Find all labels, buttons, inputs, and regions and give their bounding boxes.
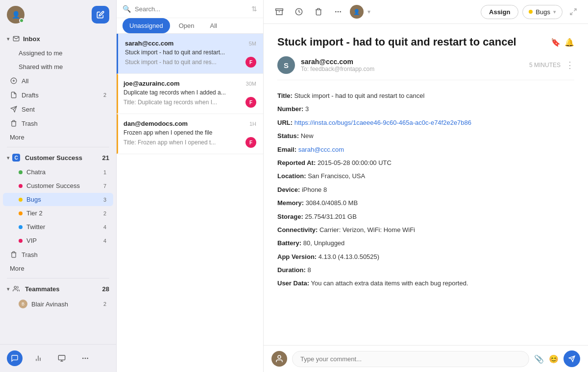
field-email: Email: sarah@ccc.com <box>277 144 574 155</box>
teammates-arrow-icon: ▾ <box>7 286 9 292</box>
reply-avatar <box>271 351 287 367</box>
inbox-icon <box>12 35 20 43</box>
sidebar-item-tier2[interactable]: Tier 2 2 <box>3 207 113 220</box>
sort-icon[interactable]: ⇅ <box>251 5 257 13</box>
teammates-badge: 28 <box>102 285 109 293</box>
trash2-label: Trash <box>22 251 38 258</box>
field-location: Location: San Francisco, USA <box>277 170 574 182</box>
sidebar-item-trash-1[interactable]: Trash <box>3 116 113 130</box>
sidebar: 👤 ▾ Inbox Assigned to me Shared with me <box>0 0 117 372</box>
delete-icon[interactable] <box>311 4 326 20</box>
sender-to: To: feedback@frontapp.com <box>301 66 529 72</box>
twitter-badge: 4 <box>103 224 106 230</box>
conv-item[interactable]: joe@azurainc.com 30M Duplicate tag recor… <box>117 74 263 114</box>
trash1-label: Trash <box>22 120 38 127</box>
archive-icon[interactable] <box>271 4 287 20</box>
conv-avatar: F <box>245 137 256 148</box>
assign-button[interactable]: Assign <box>481 5 518 19</box>
svg-point-18 <box>336 11 336 12</box>
reply-input[interactable] <box>292 351 529 367</box>
snooze-icon[interactable] <box>291 4 307 20</box>
expand-icon[interactable] <box>566 5 580 19</box>
blair-label: Blair Avinash <box>31 301 68 308</box>
sidebar-item-vip[interactable]: VIP 4 <box>3 234 113 247</box>
send-button[interactable] <box>564 350 580 367</box>
online-status-indicator <box>19 18 24 23</box>
trash2-icon <box>10 251 18 258</box>
attach-icon[interactable]: 📎 <box>534 354 544 364</box>
field-device: Device: iPhone 8 <box>277 184 574 195</box>
bugs-button[interactable]: Bugs ▾ <box>522 5 563 19</box>
conv-preview: Title: Duplicate tag records when I... F <box>123 97 256 108</box>
blair-avatar: B <box>19 300 27 308</box>
email-meta-row: S sarah@ccc.com To: feedback@frontapp.co… <box>277 50 574 80</box>
bottom-contacts-icon[interactable] <box>54 350 70 366</box>
conv-subject: Duplicate tag records when I added a... <box>123 89 256 96</box>
emoji-icon[interactable]: 😊 <box>549 354 559 364</box>
teammates-label: Teammates <box>25 285 60 293</box>
sidebar-item-twitter[interactable]: Twitter 4 <box>3 220 113 233</box>
email-body: Title: Stuck import - had to quit and re… <box>277 90 574 289</box>
notification-icon[interactable]: 🔔 <box>564 38 574 47</box>
sidebar-item-customer-success-sub[interactable]: Customer Success 7 <box>3 179 113 192</box>
sidebar-item-sent[interactable]: Sent <box>3 102 113 116</box>
assignee-dropdown-icon[interactable]: ▾ <box>368 8 370 15</box>
email-more-icon[interactable]: ⋮ <box>565 60 574 70</box>
bottom-more-icon[interactable] <box>77 350 93 366</box>
conv-item-header: sarah@ccc.com 5M <box>125 40 256 47</box>
sent-icon <box>10 105 18 113</box>
url-link[interactable]: https://insta.co/bugs/1caeee46-9c60-465a… <box>294 119 471 126</box>
field-connectivity: Connectivity: Carrier: Verizon, WiFi: Ho… <box>277 224 574 235</box>
svg-rect-9 <box>58 355 65 360</box>
sidebar-item-drafts[interactable]: Drafts 2 <box>3 88 113 102</box>
cs-sub-dot <box>19 184 23 188</box>
compose-button[interactable] <box>92 6 109 23</box>
twitter-dot <box>19 225 23 229</box>
sidebar-item-blair[interactable]: B Blair Avinash 2 <box>3 297 113 311</box>
sidebar-item-bugs[interactable]: Bugs 3 <box>3 193 113 206</box>
inbox-section-header[interactable]: ▾ Inbox <box>0 31 116 46</box>
chatra-dot <box>19 170 23 174</box>
bookmark-icon[interactable]: 🔖 <box>551 38 561 47</box>
bottom-chat-icon[interactable] <box>7 350 23 366</box>
sender-avatar: S <box>277 56 295 74</box>
sidebar-bottom <box>0 344 116 372</box>
sidebar-item-assigned-to-me[interactable]: Assigned to me <box>3 46 113 60</box>
conv-avatar: F <box>245 97 256 108</box>
sender-info: sarah@ccc.com To: feedback@frontapp.com <box>301 58 529 72</box>
teammates-section-header[interactable]: ▾ Teammates 28 <box>0 281 116 296</box>
field-battery: Battery: 80, Unplugged <box>277 237 574 249</box>
main-toolbar: 👤 ▾ Assign Bugs ▾ <box>264 0 588 24</box>
svg-point-23 <box>278 355 281 358</box>
conv-item[interactable]: sarah@ccc.com 5M Stuck import - had to q… <box>117 34 263 74</box>
sidebar-item-more-1[interactable]: More <box>3 131 113 144</box>
conv-preview: Title: Frozen app when I opened t... F <box>123 137 256 148</box>
bugs-status-dot <box>529 10 533 14</box>
tab-open[interactable]: Open <box>172 18 201 33</box>
reply-box: 📎 😊 <box>264 345 588 372</box>
sidebar-item-all[interactable]: All <box>3 74 113 88</box>
conv-item[interactable]: dan@demodocs.com 1H Frozen app when I op… <box>117 114 263 154</box>
sidebar-item-shared-with-me[interactable]: Shared with me <box>3 60 113 73</box>
conv-preview: Stuck import - had to quit and res... F <box>125 57 256 68</box>
tab-unassigned[interactable]: Unassigned <box>122 18 170 33</box>
trash1-icon <box>10 119 18 127</box>
tier2-dot <box>19 211 23 215</box>
conv-items: sarah@ccc.com 5M Stuck import - had to q… <box>117 34 263 372</box>
drafts-label: Drafts <box>22 92 39 99</box>
more-icon[interactable] <box>330 4 346 20</box>
customer-success-section-header[interactable]: ▾ C Customer Success 21 <box>0 150 116 165</box>
bottom-analytics-icon[interactable] <box>30 350 46 366</box>
search-input[interactable] <box>135 5 247 13</box>
sidebar-item-trash-2[interactable]: Trash <box>3 248 113 261</box>
sidebar-item-more-2[interactable]: More <box>3 262 113 275</box>
main-panel: 👤 ▾ Assign Bugs ▾ Stuck import - had to … <box>264 0 588 372</box>
email-link[interactable]: sarah@ccc.com <box>298 146 344 153</box>
tab-all[interactable]: All <box>203 18 223 33</box>
user-avatar-toolbar[interactable]: 👤 <box>350 5 364 19</box>
bugs-dot <box>19 198 23 202</box>
field-user-data: User Data: You can attach extra data ite… <box>277 278 574 289</box>
sender-name: sarah@ccc.com <box>301 58 529 66</box>
sidebar-item-chatra[interactable]: Chatra 1 <box>3 165 113 179</box>
svg-point-14 <box>87 358 88 358</box>
